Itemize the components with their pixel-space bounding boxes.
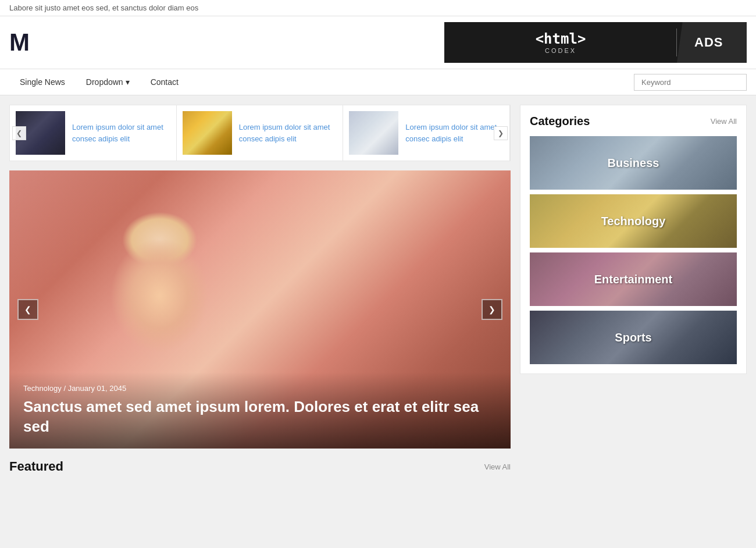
stories-next-button[interactable]: ❯ <box>494 126 508 140</box>
story-thumbnail <box>349 111 398 155</box>
ad-right-text: ADS <box>677 22 747 63</box>
category-label-sports: Sports <box>530 311 737 364</box>
top-stories-carousel: ❮ Lorem ipsum dolor sit amet consec adip… <box>9 105 511 161</box>
hero-prev-button[interactable]: ❮ <box>17 299 38 320</box>
search-input[interactable] <box>634 74 747 91</box>
hero-title: Sanctus amet sed amet ipsum lorem. Dolor… <box>23 397 497 437</box>
categories-card: Categories View All Business Technology … <box>520 105 747 374</box>
stories-prev-button[interactable]: ❮ <box>12 126 26 140</box>
story-item: Lorem ipsum dolor sit amet consec adipis… <box>177 105 344 161</box>
hero-category-label: Technology <box>23 384 62 393</box>
nav-contact[interactable]: Contact <box>140 69 189 95</box>
nav-single-news[interactable]: Single News <box>9 69 76 95</box>
category-item-entertainment[interactable]: Entertainment <box>530 252 737 306</box>
featured-view-all[interactable]: View All <box>484 462 511 471</box>
hero-meta: Technology / January 01, 2045 <box>23 384 497 393</box>
top-bar: Labore sit justo amet eos sed, et sanctu… <box>0 0 756 16</box>
story-text[interactable]: Lorem ipsum dolor sit amet consec adipis… <box>239 122 337 144</box>
left-column: ❮ Lorem ipsum dolor sit amet consec adip… <box>9 105 511 481</box>
header-advertisement: <html> CODEX ADS <box>444 22 747 63</box>
dropdown-chevron-icon: ▾ <box>126 77 130 87</box>
category-label-business: Business <box>530 136 737 190</box>
hero-slider: ❮ ❯ Technology / January 01, 2045 Sanctu… <box>9 170 511 449</box>
main-nav: Single News Dropdown ▾ Contact <box>0 69 756 95</box>
featured-section-header: Featured View All <box>9 449 511 481</box>
site-logo: M <box>9 29 444 56</box>
category-label-entertainment: Entertainment <box>530 252 737 306</box>
categories-header: Categories View All <box>530 115 737 128</box>
main-container: ❮ Lorem ipsum dolor sit amet consec adip… <box>0 95 756 490</box>
nav-dropdown[interactable]: Dropdown ▾ <box>76 69 140 95</box>
categories-title: Categories <box>530 115 590 128</box>
hero-date: January 01, 2045 <box>68 384 126 393</box>
ad-html-codex: <html> CODEX <box>444 25 677 60</box>
category-item-technology[interactable]: Technology <box>530 194 737 248</box>
story-item: Lorem ipsum dolor sit amet consec adipis… <box>343 105 510 161</box>
right-column: Categories View All Business Technology … <box>520 105 747 481</box>
hero-separator: / <box>63 384 67 393</box>
category-label-technology: Technology <box>530 194 737 248</box>
story-text[interactable]: Lorem ipsum dolor sit amet consec adipis… <box>72 122 170 144</box>
hero-next-button[interactable]: ❯ <box>482 299 502 320</box>
category-item-sports[interactable]: Sports <box>530 311 737 364</box>
category-item-business[interactable]: Business <box>530 136 737 190</box>
story-item: Lorem ipsum dolor sit amet consec adipis… <box>10 105 177 161</box>
ad-codex-text: CODEX <box>545 47 576 54</box>
categories-view-all[interactable]: View All <box>711 117 737 126</box>
story-text[interactable]: Lorem ipsum dolor sit amet consec adipis… <box>405 122 504 144</box>
header: M <html> CODEX ADS <box>0 16 756 69</box>
hero-overlay: Technology / January 01, 2045 Sanctus am… <box>9 372 511 449</box>
featured-title: Featured <box>9 459 63 474</box>
story-thumbnail <box>183 111 232 155</box>
ad-html-text: <html> <box>536 31 586 47</box>
top-bar-text: Labore sit justo amet eos sed, et sanctu… <box>9 3 198 12</box>
